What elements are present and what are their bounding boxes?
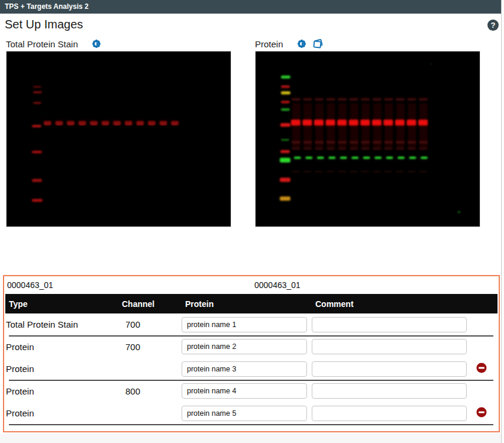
image-filename-left: 0000463_01	[4, 280, 254, 290]
table-row: Protein 700	[4, 336, 499, 358]
settings-gear-icon[interactable]	[296, 38, 308, 50]
image-setup-table: 0000463_01 0000463_01 Type Channel Prote…	[3, 275, 500, 432]
table-row: Protein	[4, 402, 499, 425]
protein-name-input[interactable]	[182, 361, 307, 377]
row-type-label: Protein	[4, 364, 121, 374]
table-row: Protein	[4, 358, 499, 380]
row-channel-value: 700	[121, 319, 182, 329]
window-title: TPS + Targets Analysis 2	[5, 2, 89, 11]
comment-input[interactable]	[312, 406, 467, 421]
page-footer-area	[0, 434, 504, 443]
table-body: Total Protein Stain 700 Protein 700	[4, 313, 499, 425]
image-filename-right: 0000463_01	[254, 280, 301, 290]
column-header-comment: Comment	[313, 299, 474, 309]
comment-input[interactable]	[312, 339, 467, 354]
panel-label-total-protein-stain: Total Protein Stain	[6, 39, 78, 49]
panel-total-protein-stain: Total Protein Stain	[6, 37, 231, 227]
vertical-scrollbar[interactable]	[501, 0, 504, 443]
settings-gear-icon[interactable]	[91, 38, 102, 50]
row-type-label: Protein	[4, 386, 121, 396]
comment-input[interactable]	[312, 361, 467, 377]
comment-input[interactable]	[312, 317, 467, 332]
row-channel-value: 800	[121, 386, 182, 396]
protein-name-input[interactable]	[182, 383, 307, 399]
row-channel-value: 700	[121, 342, 182, 352]
minus-circle-icon	[476, 363, 487, 373]
panel-protein: Protein	[255, 37, 480, 227]
image-filenames-row: 0000463_01 0000463_01	[4, 276, 499, 294]
row-type-label: Protein	[4, 342, 121, 352]
panel-label-protein: Protein	[255, 39, 283, 49]
minus-circle-icon	[476, 407, 487, 418]
row-type-label: Protein	[4, 408, 121, 418]
question-mark-icon: ?	[491, 21, 496, 30]
column-header-type: Type	[5, 299, 122, 309]
window-titlebar: TPS + Targets Analysis 2	[0, 0, 504, 14]
protein-name-input[interactable]	[182, 406, 307, 421]
table-row: Protein 800	[4, 380, 499, 403]
column-header-channel: Channel	[122, 299, 183, 309]
row-type-label: Total Protein Stain	[4, 319, 121, 329]
remove-row-button[interactable]	[476, 363, 487, 373]
comment-input[interactable]	[312, 383, 467, 399]
channel-stack-icon[interactable]	[312, 38, 324, 50]
help-button[interactable]: ?	[487, 20, 499, 31]
protein-blot-image	[255, 51, 480, 227]
column-header-protein: Protein	[183, 299, 313, 309]
table-row: Total Protein Stain 700	[4, 313, 499, 336]
protein-name-input[interactable]	[182, 317, 307, 332]
total-protein-stain-blot-image	[6, 51, 231, 227]
table-header-row: Type Channel Protein Comment	[5, 294, 497, 313]
page-title: Set Up Images	[5, 18, 83, 31]
remove-row-button[interactable]	[476, 407, 487, 418]
protein-name-input[interactable]	[182, 339, 307, 354]
